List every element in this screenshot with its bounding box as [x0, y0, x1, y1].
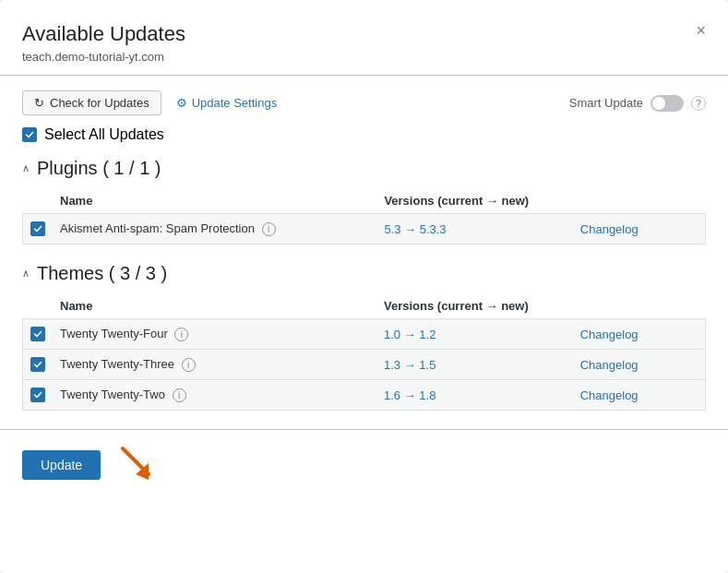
themes-chevron-icon[interactable]: ∧	[22, 268, 30, 280]
theme-changelog-link-2[interactable]: Changelog	[580, 388, 638, 402]
theme-checkbox-0[interactable]	[30, 327, 45, 341]
themes-section-title: Themes ( 3 / 3 )	[37, 263, 167, 284]
theme-version-1: 1.3 → 1.5	[384, 358, 436, 372]
modal-header: Available Updates ×	[22, 22, 706, 46]
available-updates-modal: Available Updates × teach.demo-tutorial-…	[0, 0, 728, 573]
arrow-pointer-icon	[115, 445, 160, 482]
update-button[interactable]: Update	[22, 450, 101, 480]
themes-section-header: ∧ Themes ( 3 / 3 )	[22, 263, 706, 284]
theme-changelog-link-0[interactable]: Changelog	[580, 328, 638, 341]
update-settings-label: Update Settings	[192, 96, 278, 110]
smart-update-label: Smart Update	[569, 96, 643, 110]
theme-info-icon-1[interactable]: i	[182, 358, 196, 372]
theme-changelog-link-1[interactable]: Changelog	[580, 358, 638, 372]
plugin-name-cell: Akismet Anti-spam: Spam Protection i	[53, 214, 376, 245]
plugin-changelog-link[interactable]: Changelog	[580, 222, 638, 236]
plugins-table: Name Versions (current → new) Akismet An…	[22, 188, 706, 245]
plugins-col-version: Versions (current → new)	[376, 188, 572, 214]
plugins-col-checkbox	[23, 188, 54, 214]
plugins-section-title: Plugins ( 1 / 1 )	[37, 158, 161, 179]
close-button[interactable]: ×	[696, 22, 706, 39]
themes-col-checkbox	[23, 293, 54, 319]
smart-update-help-icon[interactable]: ?	[691, 96, 706, 111]
table-row: Twenty Twenty-Four i 1.0 → 1.2 Changelog	[23, 319, 706, 350]
themes-table-header-row: Name Versions (current → new)	[23, 293, 706, 319]
table-row: Twenty Twenty-Three i 1.3 → 1.5 Changelo…	[23, 350, 706, 380]
plugin-checkbox-cell	[23, 214, 54, 245]
theme-checkbox-cell-2	[23, 380, 54, 411]
checkmark-icon	[33, 390, 42, 400]
checkmark-icon	[33, 360, 42, 369]
theme-info-icon-0[interactable]: i	[174, 328, 188, 341]
table-row: Akismet Anti-spam: Spam Protection i 5.3…	[23, 214, 706, 245]
check-updates-label: Check for Updates	[50, 96, 149, 110]
checkmark-icon	[33, 329, 42, 339]
plugins-table-header-row: Name Versions (current → new)	[23, 188, 706, 214]
theme-name-1: Twenty Twenty-Three	[60, 357, 174, 371]
smart-update-toggle[interactable]	[650, 95, 684, 112]
theme-version-0: 1.0 → 1.2	[384, 328, 436, 341]
gear-icon: ⚙	[176, 96, 187, 110]
theme-checkbox-1[interactable]	[30, 357, 45, 372]
theme-info-icon-2[interactable]: i	[173, 388, 186, 402]
toolbar: ↻ Check for Updates ⚙ Update Settings Sm…	[22, 90, 706, 115]
theme-version-cell-0: 1.0 → 1.2	[376, 319, 573, 350]
themes-col-version: Versions (current → new)	[376, 293, 573, 319]
plugin-changelog-cell: Changelog	[573, 214, 706, 245]
plugins-chevron-icon[interactable]: ∧	[22, 162, 30, 174]
theme-changelog-cell-0: Changelog	[573, 319, 706, 350]
theme-name-cell-2: Twenty Twenty-Two i	[53, 380, 376, 411]
refresh-icon: ↻	[34, 96, 44, 110]
check-updates-button[interactable]: ↻ Check for Updates	[22, 90, 161, 115]
theme-name-cell-0: Twenty Twenty-Four i	[53, 319, 376, 350]
plugin-version-cell: 5.3 → 5.3.3	[376, 214, 572, 245]
theme-changelog-cell-2: Changelog	[573, 380, 706, 411]
table-row: Twenty Twenty-Two i 1.6 → 1.8 Changelog	[23, 380, 706, 411]
themes-col-changelog	[573, 293, 706, 319]
plugin-info-icon[interactable]: i	[262, 222, 276, 236]
footer-divider	[0, 429, 728, 430]
theme-changelog-cell-1: Changelog	[573, 350, 706, 380]
theme-checkbox-cell-1	[23, 350, 54, 380]
theme-version-cell-1: 1.3 → 1.5	[376, 350, 573, 380]
footer: Update	[22, 445, 706, 485]
update-settings-link[interactable]: ⚙ Update Settings	[176, 96, 278, 110]
themes-col-name: Name	[53, 293, 376, 319]
theme-version-2: 1.6 → 1.8	[384, 388, 436, 402]
toolbar-left: ↻ Check for Updates ⚙ Update Settings	[22, 90, 277, 115]
plugins-col-name: Name	[53, 188, 376, 214]
theme-name-cell-1: Twenty Twenty-Three i	[53, 350, 376, 380]
theme-version-cell-2: 1.6 → 1.8	[376, 380, 573, 411]
theme-name-0: Twenty Twenty-Four	[60, 327, 168, 340]
select-all-checkbox[interactable]	[22, 127, 37, 142]
theme-checkbox-2[interactable]	[30, 388, 45, 402]
checkmark-icon	[33, 224, 42, 233]
themes-table: Name Versions (current → new) Twenty Twe…	[22, 293, 706, 411]
theme-name-2: Twenty Twenty-Two	[60, 388, 165, 401]
plugin-version: 5.3 → 5.3.3	[384, 222, 446, 236]
header-divider	[0, 75, 728, 76]
plugin-name: Akismet Anti-spam: Spam Protection	[60, 221, 255, 235]
modal-subtitle: teach.demo-tutorial-yt.com	[22, 50, 706, 64]
plugin-checkbox[interactable]	[30, 221, 45, 236]
arrow-indicator	[115, 445, 160, 485]
theme-checkbox-cell-0	[23, 319, 54, 350]
plugins-col-changelog	[573, 188, 706, 214]
select-all-row: Select All Updates	[22, 126, 706, 143]
checkmark-icon	[25, 130, 34, 139]
smart-update-area: Smart Update ?	[569, 95, 706, 112]
select-all-label: Select All Updates	[44, 126, 164, 143]
modal-title: Available Updates	[22, 22, 185, 46]
plugins-section-header: ∧ Plugins ( 1 / 1 )	[22, 158, 706, 179]
